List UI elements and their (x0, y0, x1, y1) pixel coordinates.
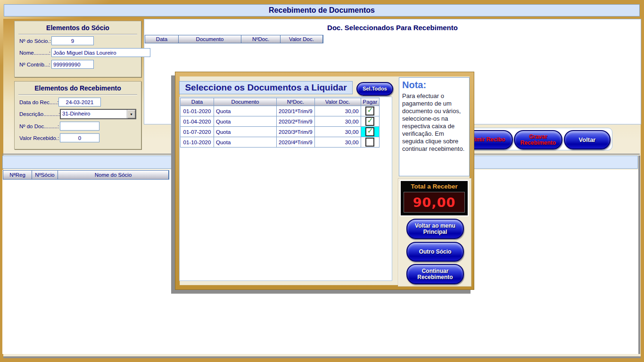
pagar-checkbox[interactable] (365, 138, 374, 147)
voltar-label: Voltar (579, 137, 596, 143)
column-header-documento[interactable]: Documento (214, 98, 277, 106)
total-display: Total a Receber 90,00 (401, 181, 468, 215)
documents-list-box: Data Documento NºDoc. Valor Doc. Pagar 0… (179, 97, 392, 281)
cell-ndoc: 2020/2ªTrim/9 (277, 116, 315, 127)
app-window: Recebimento de Documentos Doc. Seleccion… (0, 0, 644, 362)
column-header-data[interactable]: Data (181, 98, 214, 106)
column-header-nome[interactable]: Nome do Sócio (58, 171, 169, 179)
column-header-documento[interactable]: Documento (179, 35, 241, 43)
cell-documento: Quota (214, 116, 277, 127)
column-header-ndoc[interactable]: NºDoc. (241, 35, 281, 43)
socio-panel: Elementos do Sócio Nº do Sócio.: Nome...… (14, 21, 141, 77)
table-row: 01-01-2020 Quota 2020/1ªTrim/9 30,00 ✓ (181, 106, 380, 116)
cell-data: 01-04-2020 (181, 116, 214, 127)
table-row: 01-10-2020 Quota 2020/4ªTrim/9 30,00 (181, 137, 380, 148)
window-title: Recebimento de Documentos (269, 6, 375, 15)
pagar-checkbox[interactable]: ✓ (365, 117, 374, 126)
note-panel: Nota: Para efectuar o pagamento de um do… (399, 77, 470, 176)
cell-data: 01-01-2020 (181, 106, 214, 116)
valor-recebido-field[interactable] (60, 133, 99, 142)
continuar-recebimento-button[interactable]: Continuar Recebimento (406, 264, 464, 284)
divider (18, 34, 137, 34)
dialog-title: Seleccione os Documentos a Liquidar (185, 82, 347, 93)
divider (18, 94, 137, 95)
cell-valor: 30,00 (314, 137, 361, 148)
descricao-label: Descrição..........: (19, 111, 60, 117)
cell-ndoc: 2020/4ªTrim/9 (277, 137, 315, 148)
recebimento-panel-title: Elementos do Recebimento (15, 84, 141, 92)
pagar-cell (361, 137, 380, 148)
descricao-combo-value: 31-Dinheiro (61, 110, 127, 118)
select-all-label: Sel.Todos (363, 86, 387, 92)
column-header-valor[interactable]: Valor Doc. (281, 35, 323, 43)
note-title: Nota: (402, 80, 466, 90)
cell-documento: Quota (214, 106, 277, 116)
ndoc-label: Nº do Doc.........: (19, 123, 59, 129)
valor-recebido-label: Valor Recebido.: (19, 135, 59, 141)
table-row: 01-04-2020 Quota 2020/2ªTrim/9 30,00 ✓ (181, 116, 380, 127)
selected-docs-title: Doc. Seleccionados Para Recebimento (144, 24, 641, 32)
cell-ndoc: 2020/1ªTrim/9 (277, 106, 315, 116)
cell-documento: Quota (214, 137, 277, 148)
column-header-ndoc[interactable]: NºDoc. (277, 98, 315, 106)
gravar-recebimento-button[interactable]: Gravar Recebimento (514, 130, 562, 149)
cell-data: 01-10-2020 (181, 137, 214, 148)
outro-socio-label: Outro Sócio (419, 249, 452, 255)
descricao-combo[interactable]: 31-Dinheiro ▼ (60, 109, 136, 119)
total-label: Total a Receber (401, 183, 468, 190)
voltar-button[interactable]: Voltar (564, 130, 611, 149)
socio-name-field[interactable] (51, 48, 150, 57)
data-rec-field[interactable] (58, 98, 101, 107)
voltar-menu-principal-label: Voltar ao menu Principal (407, 223, 463, 235)
documents-header-row: Data Documento NºDoc. Valor Doc. Pagar (181, 98, 380, 106)
cell-documento: Quota (214, 127, 277, 137)
continuar-recebimento-label: Continuar Recebimento (407, 268, 463, 280)
window-title-bar: Recebimento de Documentos (4, 4, 640, 16)
gravar-recebimento-label: Gravar Recebimento (515, 134, 561, 146)
documents-table: Data Documento NºDoc. Valor Doc. Pagar 0… (180, 98, 380, 148)
recebimento-panel: Elementos do Recebimento Data do Rec....… (14, 81, 141, 149)
dialog-title-box: Seleccione os Documentos a Liquidar (179, 81, 353, 94)
socio-contrib-field[interactable] (51, 60, 94, 69)
pagar-cell: ✓ (361, 106, 380, 116)
ndoc-field[interactable] (60, 122, 99, 131)
pagar-checkbox[interactable]: ✓ (365, 127, 374, 136)
data-rec-label: Data do Rec.....: (19, 99, 58, 105)
total-value: 90,00 (413, 195, 455, 210)
pagar-cell: ✓ (361, 116, 380, 127)
socio-number-label: Nº do Sócio.: (19, 38, 51, 44)
note-body: Para efectuar o pagamento de um document… (402, 92, 466, 153)
descricao-combo-button[interactable]: ▼ (127, 110, 135, 118)
socio-name-label: Nome..........: (19, 50, 50, 56)
cell-ndoc: 2020/3ªTrim/9 (277, 127, 315, 137)
pagar-checkbox[interactable]: ✓ (365, 107, 374, 115)
pagar-cell: ✓ (361, 127, 380, 137)
panel-shadow (3, 356, 641, 358)
select-all-button[interactable]: Sel.Todos (356, 82, 393, 96)
total-and-actions-panel: Total a Receber 90,00 Voltar ao menu Pri… (398, 178, 471, 287)
members-header-row: NªReg NºSócio Nome do Sócio (3, 170, 169, 180)
voltar-menu-principal-button[interactable]: Voltar ao menu Principal (406, 219, 464, 239)
cell-data: 01-07-2020 (181, 127, 214, 137)
column-header-nreg[interactable]: NªReg (3, 171, 32, 179)
column-header-pagar[interactable]: Pagar (361, 98, 380, 106)
socio-panel-title: Elementos do Sócio (15, 24, 141, 32)
cell-valor: 30,00 (314, 106, 361, 116)
total-value-box: 90,00 (404, 192, 465, 213)
selected-docs-header-row: Data Documento NºDoc. Valor Doc. (145, 35, 323, 43)
outro-socio-button[interactable]: Outro Sócio (406, 242, 464, 262)
dropdown-arrow-icon: ▼ (130, 113, 133, 116)
column-header-valor[interactable]: Valor Doc. (314, 98, 361, 106)
panel-shadow (638, 156, 640, 354)
column-header-data[interactable]: Data (145, 35, 179, 43)
socio-contrib-label: Nº Contrib...: (19, 62, 50, 67)
cell-valor: 30,00 (314, 127, 361, 137)
table-row: 01-07-2020 Quota 2020/3ªTrim/9 30,00 ✓ (181, 127, 380, 137)
column-header-nsocio[interactable]: NºSócio (32, 171, 58, 179)
liquidar-dialog: Seleccione os Documentos a Liquidar Sel.… (175, 72, 474, 290)
cell-valor: 30,00 (314, 116, 361, 127)
socio-number-field[interactable] (51, 36, 94, 45)
